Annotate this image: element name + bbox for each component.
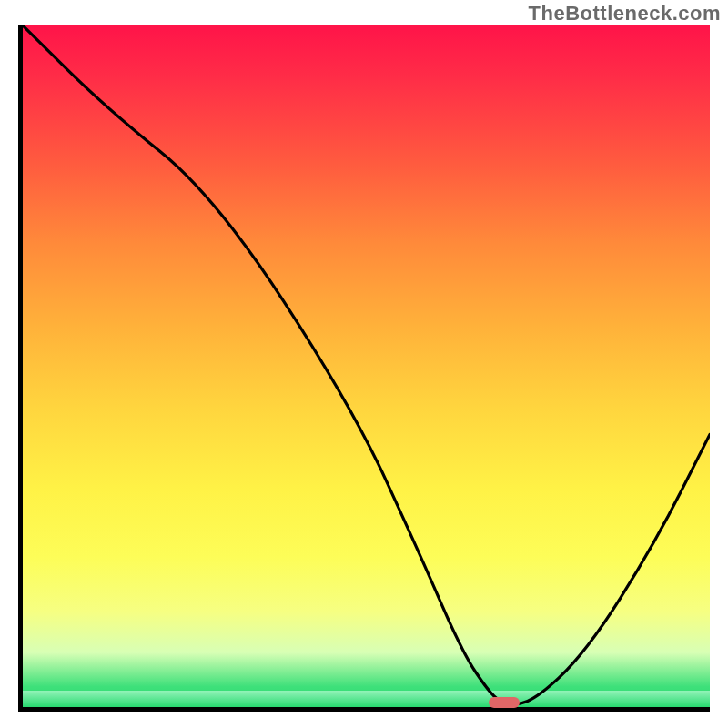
chart-background-gradient [23, 25, 710, 707]
chart-plot-area [18, 25, 710, 712]
chart-optimal-zone [23, 691, 710, 707]
optimal-marker [489, 697, 520, 708]
watermark-text: TheBottleneck.com [529, 2, 721, 25]
